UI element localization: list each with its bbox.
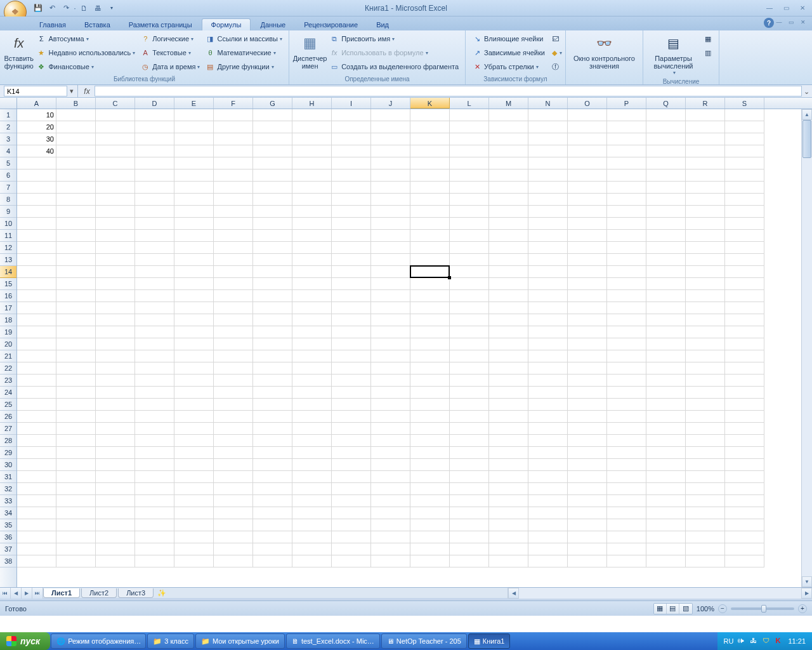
cell[interactable] [253, 447, 292, 459]
cell[interactable] [371, 543, 410, 555]
cell[interactable] [56, 290, 96, 302]
row-header-7[interactable]: 7 [0, 182, 16, 194]
cell[interactable] [17, 254, 56, 266]
cell[interactable] [410, 459, 450, 471]
cell[interactable] [607, 519, 646, 531]
cell[interactable] [174, 375, 214, 387]
cell[interactable] [332, 350, 371, 362]
cell[interactable] [253, 531, 292, 543]
cell[interactable] [292, 242, 332, 254]
cell[interactable] [17, 519, 56, 531]
cell[interactable] [292, 218, 332, 230]
cell[interactable] [568, 362, 607, 375]
cell[interactable] [332, 507, 371, 519]
cell[interactable] [174, 411, 214, 423]
cell[interactable] [292, 350, 332, 362]
cell[interactable] [489, 338, 528, 350]
cell[interactable] [174, 483, 214, 495]
cell[interactable] [135, 302, 174, 314]
cell[interactable] [96, 555, 135, 567]
cell[interactable] [56, 555, 96, 567]
cell[interactable] [214, 362, 253, 375]
cell[interactable] [725, 218, 764, 230]
row-header-15[interactable]: 15 [0, 278, 16, 290]
cell[interactable] [135, 194, 174, 206]
cell[interactable] [253, 555, 292, 567]
cell[interactable] [332, 362, 371, 375]
cell[interactable] [489, 387, 528, 399]
cell[interactable] [607, 350, 646, 362]
cell[interactable] [17, 399, 56, 411]
cell[interactable] [725, 266, 764, 278]
cell[interactable] [450, 169, 489, 182]
cell[interactable] [56, 495, 96, 507]
cell[interactable] [253, 218, 292, 230]
cell[interactable] [725, 411, 764, 423]
minimize-button[interactable]: — [763, 4, 776, 13]
cell[interactable] [174, 543, 214, 555]
cell[interactable] [568, 290, 607, 302]
cell[interactable] [96, 121, 135, 133]
cell[interactable] [56, 375, 96, 387]
cell[interactable] [214, 230, 253, 242]
cell[interactable] [96, 483, 135, 495]
cell[interactable] [646, 109, 686, 121]
cell[interactable] [253, 543, 292, 555]
cell[interactable] [17, 314, 56, 326]
cell[interactable] [253, 302, 292, 314]
cell[interactable] [686, 362, 725, 375]
cell[interactable] [214, 218, 253, 230]
cell[interactable] [450, 157, 489, 169]
cell[interactable] [371, 157, 410, 169]
cell[interactable] [56, 338, 96, 350]
cell[interactable] [135, 543, 174, 555]
cell[interactable] [56, 543, 96, 555]
cell[interactable] [292, 326, 332, 338]
cell[interactable] [371, 302, 410, 314]
cell[interactable] [489, 133, 528, 145]
cell[interactable] [450, 423, 489, 435]
cell[interactable] [135, 218, 174, 230]
cell[interactable] [725, 290, 764, 302]
cell[interactable] [646, 519, 686, 531]
cell[interactable] [371, 326, 410, 338]
sheet-nav-prev[interactable]: ◀ [11, 588, 22, 599]
cell[interactable] [528, 435, 568, 447]
cell[interactable] [253, 242, 292, 254]
cell[interactable] [96, 543, 135, 555]
scroll-up-button[interactable]: ▲ [802, 109, 812, 120]
cell[interactable] [528, 145, 568, 157]
cell[interactable] [646, 194, 686, 206]
show-formulas-button[interactable]: 🗠 [549, 32, 563, 46]
cell[interactable] [686, 302, 725, 314]
cell[interactable] [292, 133, 332, 145]
cell[interactable] [332, 230, 371, 242]
cell[interactable] [214, 338, 253, 350]
row-header-10[interactable]: 10 [0, 218, 16, 230]
cell[interactable] [17, 362, 56, 375]
financial-button[interactable]: ❖Финансовые▾ [34, 60, 138, 74]
cell[interactable] [135, 266, 174, 278]
cell[interactable] [174, 447, 214, 459]
cell[interactable] [686, 169, 725, 182]
cell[interactable] [568, 254, 607, 266]
qat-customize-icon[interactable]: ▾ [105, 2, 118, 15]
cell[interactable] [607, 290, 646, 302]
cell[interactable] [607, 362, 646, 375]
cell[interactable] [528, 531, 568, 543]
cell[interactable] [292, 411, 332, 423]
cell[interactable] [292, 387, 332, 399]
cell[interactable] [96, 109, 135, 121]
cell[interactable] [489, 543, 528, 555]
cell[interactable] [528, 242, 568, 254]
cell[interactable] [686, 399, 725, 411]
cell[interactable] [646, 230, 686, 242]
cell[interactable] [332, 266, 371, 278]
cell[interactable] [292, 338, 332, 350]
cell[interactable] [174, 218, 214, 230]
cell[interactable] [371, 218, 410, 230]
fx-button[interactable]: fx [79, 85, 95, 97]
column-header-S[interactable]: S [725, 98, 764, 109]
cell[interactable] [17, 182, 56, 194]
cell[interactable] [253, 266, 292, 278]
